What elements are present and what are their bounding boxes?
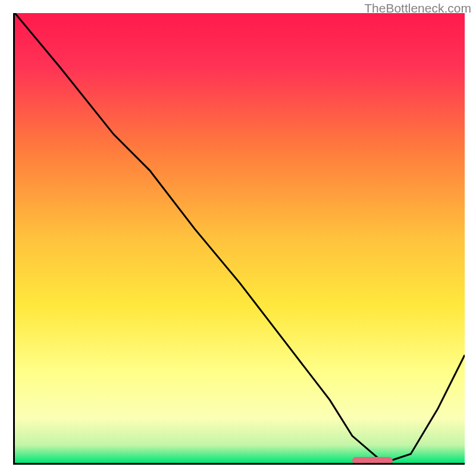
watermark-text: TheBottleneck.com bbox=[364, 1, 471, 15]
bottleneck-curve bbox=[15, 13, 465, 463]
plot-area bbox=[13, 13, 465, 465]
minimum-marker bbox=[352, 457, 393, 464]
